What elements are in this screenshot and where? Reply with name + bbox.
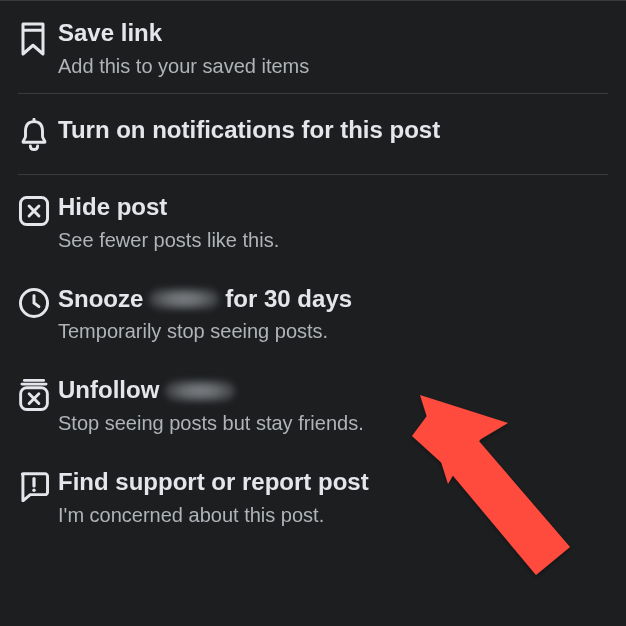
- bookmark-icon: [18, 19, 58, 57]
- menu-item-snooze[interactable]: Snooze for 30 days Temporarily stop seei…: [0, 267, 626, 359]
- clock-icon: [18, 285, 58, 319]
- menu-item-report[interactable]: Find support or report post I'm concerne…: [0, 450, 626, 542]
- redacted-name: [149, 288, 219, 310]
- bell-icon: [18, 116, 58, 152]
- menu-item-unfollow[interactable]: Unfollow Stop seeing posts but stay frie…: [0, 358, 626, 450]
- x-stack-icon: [18, 376, 58, 412]
- redacted-name: [165, 380, 235, 402]
- menu-item-title: Turn on notifications for this post: [58, 116, 608, 145]
- x-box-icon: [18, 193, 58, 227]
- title-prefix: Snooze: [58, 285, 143, 314]
- title-suffix: for 30 days: [225, 285, 352, 314]
- menu-item-title: Snooze for 30 days: [58, 285, 608, 314]
- post-options-menu: Save link Add this to your saved items T…: [0, 0, 626, 542]
- menu-item-subtitle: Temporarily stop seeing posts.: [58, 319, 608, 344]
- svg-point-3: [32, 489, 35, 492]
- title-prefix: Unfollow: [58, 376, 159, 405]
- menu-item-subtitle: I'm concerned about this post.: [58, 503, 608, 528]
- menu-item-title: Hide post: [58, 193, 608, 222]
- report-icon: [18, 468, 58, 502]
- menu-item-title: Find support or report post: [58, 468, 608, 497]
- menu-item-subtitle: Add this to your saved items: [58, 54, 608, 79]
- menu-item-subtitle: Stop seeing posts but stay friends.: [58, 411, 608, 436]
- menu-item-hide-post[interactable]: Hide post See fewer posts like this.: [0, 175, 626, 267]
- menu-item-subtitle: See fewer posts like this.: [58, 228, 608, 253]
- menu-item-save-link[interactable]: Save link Add this to your saved items: [0, 1, 626, 93]
- menu-item-notifications[interactable]: Turn on notifications for this post: [0, 94, 626, 174]
- menu-item-title: Save link: [58, 19, 608, 48]
- menu-item-title: Unfollow: [58, 376, 608, 405]
